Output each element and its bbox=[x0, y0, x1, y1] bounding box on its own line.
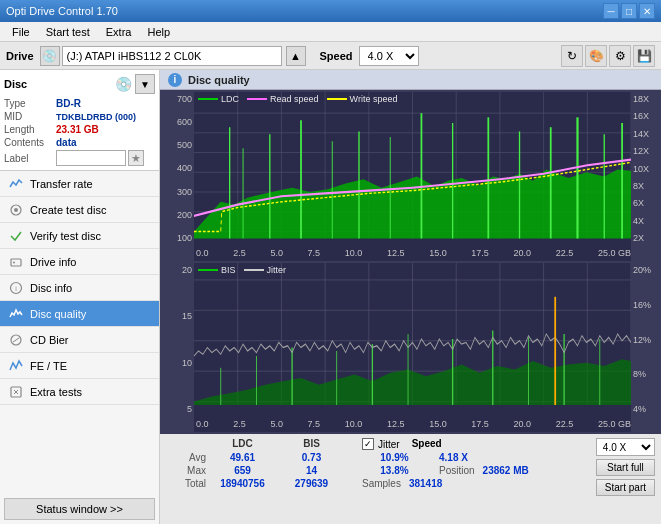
total-row: Total 18940756 279639 Samples 381418 bbox=[166, 478, 586, 489]
window-controls: ─ □ ✕ bbox=[603, 3, 655, 19]
eject-button[interactable]: ▲ bbox=[286, 46, 306, 66]
nav-list: Transfer rate Create test disc Verify te… bbox=[0, 171, 159, 494]
stats-header-row: LDC BIS ✓ Jitter Speed bbox=[166, 438, 586, 450]
max-jitter: 13.8% bbox=[362, 465, 427, 476]
sidebar-item-create-test-disc[interactable]: Create test disc bbox=[0, 197, 159, 223]
chart2-y-axis-left: 20 15 10 5 bbox=[162, 263, 194, 432]
chart1-y-axis-left: 700 600 500 400 300 200 100 bbox=[162, 92, 194, 261]
sidebar-item-fe-te[interactable]: FE / TE bbox=[0, 353, 159, 379]
length-key: Length bbox=[4, 124, 56, 135]
sidebar-item-drive-info[interactable]: Drive info bbox=[0, 249, 159, 275]
total-ldc: 18940756 bbox=[210, 478, 275, 489]
max-row: Max 659 14 13.8% Position 23862 MB bbox=[166, 465, 586, 476]
drive-select[interactable]: (J:) ATAPI iHBS112 2 CL0K bbox=[62, 46, 282, 66]
disc-quality-title: Disc quality bbox=[188, 74, 250, 86]
avg-bis: 0.73 bbox=[279, 452, 344, 463]
verify-test-disc-icon bbox=[8, 228, 24, 244]
stats-table: LDC BIS ✓ Jitter Speed Avg 49.61 0.73 10… bbox=[166, 438, 586, 520]
close-button[interactable]: ✕ bbox=[639, 3, 655, 19]
svg-point-1 bbox=[14, 208, 18, 212]
save-button[interactable]: 💾 bbox=[633, 45, 655, 67]
menu-help[interactable]: Help bbox=[139, 24, 178, 40]
transfer-rate-icon bbox=[8, 176, 24, 192]
drive-icon: 💿 bbox=[40, 46, 60, 66]
drive-label: Drive bbox=[6, 50, 34, 62]
toolbar-icons: ↻ 🎨 ⚙ 💾 bbox=[561, 45, 655, 67]
max-label: Max bbox=[166, 465, 206, 476]
create-test-disc-icon bbox=[8, 202, 24, 218]
color-button[interactable]: 🎨 bbox=[585, 45, 607, 67]
avg-jitter: 10.9% bbox=[362, 452, 427, 463]
label-key: Label bbox=[4, 153, 56, 164]
main-layout: Disc 💿 ▼ Type BD-R MID TDKBLDRBD (000) L… bbox=[0, 70, 661, 524]
chart2-main: BIS Jitter bbox=[194, 263, 631, 432]
bis-header: BIS bbox=[279, 438, 344, 450]
jitter-legend-label: Jitter bbox=[267, 265, 287, 275]
bis-legend-label: BIS bbox=[221, 265, 236, 275]
bis-legend-color bbox=[198, 269, 218, 271]
chart1-svg bbox=[194, 92, 631, 261]
avg-label: Avg bbox=[166, 452, 206, 463]
avg-ldc: 49.61 bbox=[210, 452, 275, 463]
type-key: Type bbox=[4, 98, 56, 109]
sidebar-item-verify-test-disc[interactable]: Verify test disc bbox=[0, 223, 159, 249]
avg-speed: 4.18 X bbox=[439, 452, 468, 463]
settings-button[interactable]: ⚙ bbox=[609, 45, 631, 67]
label-star-button[interactable]: ★ bbox=[128, 150, 144, 166]
sidebar-item-transfer-rate[interactable]: Transfer rate bbox=[0, 171, 159, 197]
mid-key: MID bbox=[4, 111, 56, 122]
start-part-button[interactable]: Start part bbox=[596, 479, 655, 496]
chart1-main: LDC Read speed Write speed bbox=[194, 92, 631, 261]
speed-dropdown[interactable]: 4.0 X 2.0 X 8.0 X bbox=[596, 438, 655, 456]
refresh-button[interactable]: ↻ bbox=[561, 45, 583, 67]
stats-area: LDC BIS ✓ Jitter Speed Avg 49.61 0.73 10… bbox=[160, 434, 661, 524]
chart2-y-axis-right: 20% 16% 12% 8% 4% bbox=[631, 263, 659, 432]
read-speed-legend-color bbox=[247, 98, 267, 100]
drive-info-icon bbox=[8, 254, 24, 270]
disc-icon[interactable]: 💿 bbox=[113, 74, 133, 94]
minimize-button[interactable]: ─ bbox=[603, 3, 619, 19]
speed-select[interactable]: 4.0 X 2.0 X 8.0 X bbox=[359, 46, 419, 66]
disc-quality-icon-header: i bbox=[168, 73, 182, 87]
fe-te-icon bbox=[8, 358, 24, 374]
svg-line-7 bbox=[13, 338, 19, 342]
speed-col-header: Speed bbox=[412, 438, 442, 450]
disc-info-icon: i bbox=[8, 280, 24, 296]
sidebar-item-cd-bier[interactable]: CD Bier bbox=[0, 327, 159, 353]
samples-label: Samples bbox=[362, 478, 401, 489]
sidebar-item-extra-tests[interactable]: Extra tests bbox=[0, 379, 159, 405]
maximize-button[interactable]: □ bbox=[621, 3, 637, 19]
menu-start-test[interactable]: Start test bbox=[38, 24, 98, 40]
position-label: Position bbox=[439, 465, 475, 476]
jitter-checkbox[interactable]: ✓ bbox=[362, 438, 374, 450]
label-input[interactable] bbox=[56, 150, 126, 166]
disc-options-button[interactable]: ▼ bbox=[135, 74, 155, 94]
menu-file[interactable]: File bbox=[4, 24, 38, 40]
contents-key: Contents bbox=[4, 137, 56, 148]
disc-panel: Disc 💿 ▼ Type BD-R MID TDKBLDRBD (000) L… bbox=[0, 70, 159, 171]
content-area: i Disc quality 700 600 500 400 300 200 1… bbox=[160, 70, 661, 524]
jitter-legend-color bbox=[244, 269, 264, 271]
max-bis: 14 bbox=[279, 465, 344, 476]
cd-bier-icon bbox=[8, 332, 24, 348]
length-value: 23.31 GB bbox=[56, 124, 99, 135]
disc-label: Disc bbox=[4, 78, 27, 90]
avg-row: Avg 49.61 0.73 10.9% 4.18 X bbox=[166, 452, 586, 463]
max-ldc: 659 bbox=[210, 465, 275, 476]
extra-tests-icon bbox=[8, 384, 24, 400]
sidebar-item-disc-quality[interactable]: Disc quality bbox=[0, 301, 159, 327]
stats-right: 4.0 X 2.0 X 8.0 X Start full Start part bbox=[596, 438, 655, 520]
sidebar-item-disc-info[interactable]: i Disc info bbox=[0, 275, 159, 301]
contents-value: data bbox=[56, 137, 77, 148]
ldc-legend-label: LDC bbox=[221, 94, 239, 104]
status-window-button[interactable]: Status window >> bbox=[4, 498, 155, 520]
charts-container: 700 600 500 400 300 200 100 LDC bbox=[160, 90, 661, 434]
svg-text:i: i bbox=[15, 285, 17, 292]
type-value: BD-R bbox=[56, 98, 81, 109]
menu-extra[interactable]: Extra bbox=[98, 24, 140, 40]
start-full-button[interactable]: Start full bbox=[596, 459, 655, 476]
app-title: Opti Drive Control 1.70 bbox=[6, 5, 118, 17]
ldc-header: LDC bbox=[210, 438, 275, 450]
title-bar: Opti Drive Control 1.70 ─ □ ✕ bbox=[0, 0, 661, 22]
disc-quality-header: i Disc quality bbox=[160, 70, 661, 90]
